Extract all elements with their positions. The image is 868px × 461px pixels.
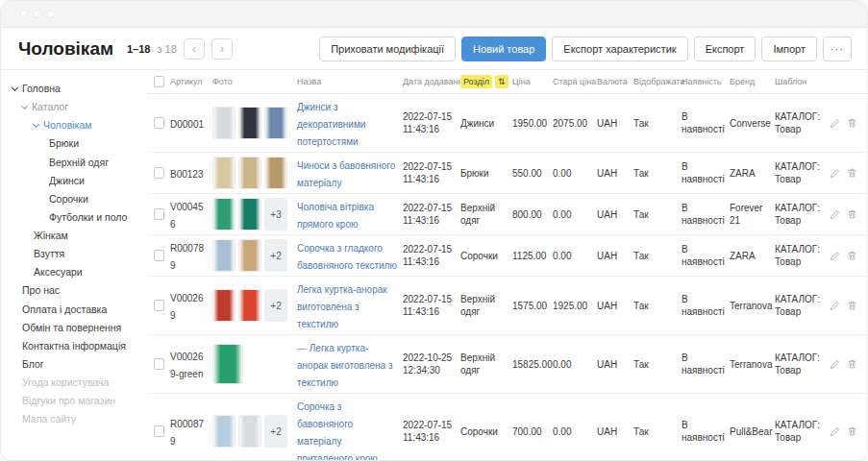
sidebar-item[interactable]: Каталог [1, 98, 147, 116]
window-control-dot[interactable] [20, 11, 27, 17]
export-characteristics-button[interactable]: Експорт характеристик [552, 36, 687, 61]
row-checkbox[interactable] [154, 250, 164, 261]
column-header-brand[interactable]: Бренд [730, 77, 775, 86]
more-photos-badge[interactable]: +2 [264, 415, 287, 448]
edit-product-button[interactable] [830, 301, 840, 311]
sidebar-item[interactable]: Чоловікам [1, 116, 147, 134]
more-photos-badge[interactable]: +2 [264, 289, 287, 322]
column-header-name[interactable]: Назва [297, 77, 403, 86]
product-photo[interactable] [238, 289, 261, 322]
product-photo[interactable] [238, 239, 261, 272]
edit-product-button[interactable] [830, 426, 840, 437]
sidebar-item[interactable]: Угода користувача [1, 374, 147, 392]
delete-product-button[interactable] [847, 358, 857, 370]
sidebar-item[interactable]: Джинси [1, 172, 147, 190]
product-photo[interactable] [212, 198, 236, 230]
product-name-link[interactable]: Сорочка з бавовняного матеріалу притален… [297, 401, 378, 460]
column-header-sku[interactable]: Артикул [170, 77, 212, 86]
product-photo[interactable] [212, 415, 236, 448]
product-photo[interactable] [238, 107, 261, 139]
name-cell: Чиноси з бавовняного матеріалу [297, 156, 403, 190]
delete-product-button[interactable] [847, 117, 857, 129]
edit-product-button[interactable] [830, 251, 840, 261]
product-display: Так [633, 250, 682, 262]
next-page-button[interactable]: › [211, 38, 233, 60]
sidebar-item[interactable]: Контактна інформація [1, 337, 147, 355]
sku-cell: V000456 [170, 197, 212, 231]
prev-page-button[interactable]: ‹ [184, 38, 205, 60]
product-name-link[interactable]: Чоловіча вітрівка прямого крою [297, 202, 374, 230]
edit-product-button[interactable] [830, 168, 840, 179]
delete-product-button[interactable] [847, 167, 857, 179]
product-photo[interactable] [264, 157, 287, 189]
sidebar-item[interactable]: Футболки и поло [1, 208, 147, 227]
column-header-currency[interactable]: Валюта [597, 77, 633, 86]
column-header-template[interactable]: Шаблон [775, 77, 825, 86]
product-photo[interactable] [212, 107, 236, 139]
row-checkbox[interactable] [154, 208, 164, 220]
column-header-price[interactable]: Ціна [512, 77, 553, 86]
export-button[interactable]: Експорт [694, 36, 756, 61]
delete-product-button[interactable] [847, 300, 857, 311]
more-photos-badge[interactable]: +2 [264, 239, 287, 272]
sidebar-item[interactable]: Мапа сайту [1, 410, 147, 428]
edit-product-button[interactable] [830, 359, 840, 370]
sort-icon[interactable]: ⇅ [495, 75, 508, 88]
product-photo[interactable] [212, 157, 236, 189]
select-all-checkbox[interactable] [154, 76, 164, 87]
new-product-button[interactable]: Новий товар [461, 36, 546, 61]
sidebar-item[interactable]: Блог [1, 355, 147, 374]
sidebar-item[interactable]: Верхній одяг [1, 154, 147, 172]
column-header-old-price[interactable]: Стара ціна [553, 77, 597, 86]
product-photo[interactable] [212, 239, 236, 272]
edit-product-button[interactable] [830, 118, 840, 129]
row-checkbox[interactable] [154, 300, 164, 311]
product-availability: В наявності [682, 202, 730, 227]
sidebar-item[interactable]: Брюки [1, 134, 147, 153]
pagination-range: 1–18 [127, 43, 150, 55]
row-checkbox[interactable] [154, 358, 164, 370]
import-button[interactable]: Імпорт [761, 36, 817, 61]
window-control-dot[interactable] [47, 11, 54, 17]
column-header-section-label[interactable]: Розділ [460, 75, 492, 88]
column-header-photo[interactable]: Фото [212, 77, 297, 86]
delete-product-button[interactable] [847, 425, 857, 437]
more-actions-button[interactable]: ··· [823, 36, 852, 61]
sidebar-item[interactable]: Про нас [1, 281, 147, 300]
edit-product-button[interactable] [830, 209, 840, 220]
product-photo[interactable] [264, 107, 287, 139]
product-photo[interactable] [212, 289, 236, 322]
more-photos-badge[interactable]: +3 [264, 198, 287, 230]
sidebar-item[interactable]: Оплата і доставка [1, 301, 147, 319]
row-checkbox[interactable] [154, 425, 164, 437]
product-photo[interactable] [238, 157, 261, 189]
product-name-link[interactable]: Чиноси з бавовняного матеріалу [297, 160, 395, 188]
product-photo[interactable] [238, 415, 261, 448]
product-photo[interactable] [212, 344, 243, 384]
product-photo[interactable] [238, 198, 261, 230]
product-date: 2022-07-15 11:43:16 [403, 293, 460, 318]
column-header-section[interactable]: Розділ⇅ [460, 77, 512, 86]
column-header-display[interactable]: Відображати [633, 77, 682, 86]
sidebar-item[interactable]: Взуття [1, 245, 147, 263]
delete-product-button[interactable] [847, 250, 857, 261]
product-name-link[interactable]: Легка куртка-анорак виготовлена з тексти… [297, 284, 387, 329]
table-row: V000269-green— Легка куртка-анорак вигот… [147, 335, 867, 394]
delete-product-button[interactable] [847, 208, 857, 220]
column-header-availability[interactable]: Наявність [682, 77, 730, 86]
sidebar-item[interactable]: Обмін та повернення [1, 319, 147, 337]
product-name-link[interactable]: Легка куртка-анорак виготовлена з тексти… [297, 343, 393, 388]
sidebar-item[interactable]: Відгуки про магазин [1, 392, 147, 410]
product-name-link[interactable]: Сорочка з гладкого бавовняного текстилю [297, 243, 397, 271]
product-name-link[interactable]: Джинси з декоративними потертостями [297, 102, 365, 147]
column-header-date[interactable]: Дата додавання [403, 77, 460, 86]
window-control-dot[interactable] [34, 11, 40, 17]
sidebar-item[interactable]: Жінкам [1, 227, 147, 245]
sidebar-item[interactable]: Аксесуари [1, 263, 147, 281]
hide-modifications-button[interactable]: Приховати модифікації [319, 36, 456, 61]
row-checkbox[interactable] [154, 117, 164, 129]
sidebar-item[interactable]: Головна [1, 80, 147, 98]
row-checkbox[interactable] [154, 167, 164, 179]
sidebar-item[interactable]: Сорочки [1, 190, 147, 208]
sidebar-item-label: Головна [22, 83, 61, 95]
